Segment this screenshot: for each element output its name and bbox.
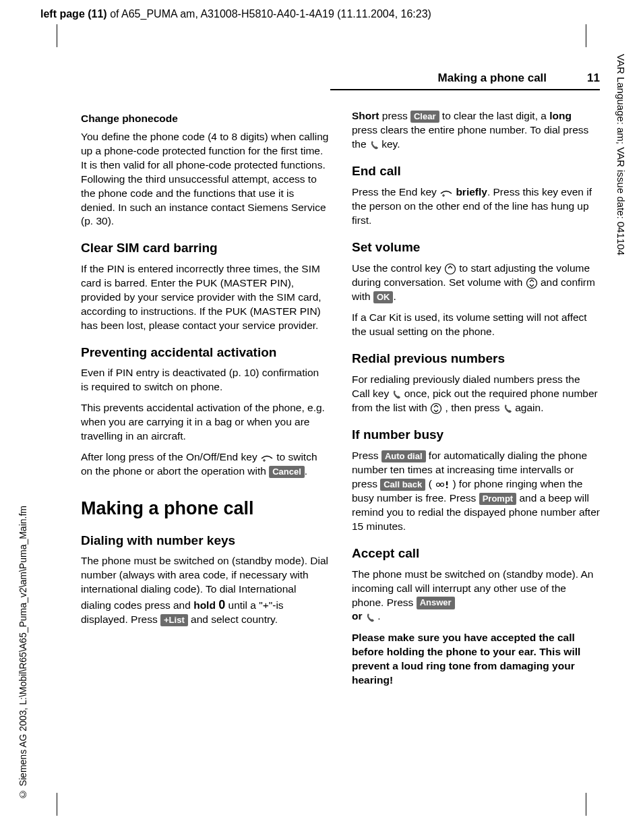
text-run: After long press of the On/Off/End key	[81, 451, 260, 462]
heading-end-call: End call	[352, 162, 600, 180]
text-run: , then press	[446, 402, 503, 413]
text-run: The phone must be switched on (standby m…	[352, 568, 593, 608]
para-change-phonecode: You define the phone code (4 to 8 digits…	[81, 130, 329, 229]
text-run: Use the control key	[352, 262, 444, 274]
call-key-icon	[365, 610, 375, 624]
var-language-note: VAR Language: am; VAR issue date: 041104	[615, 54, 627, 256]
two-column-layout: Change phonecode You define the phone co…	[81, 109, 600, 694]
text-run: again.	[515, 402, 543, 413]
text-run: and select country.	[191, 613, 278, 625]
prompt-key: Prompt	[479, 493, 517, 505]
svg-rect-7	[446, 481, 448, 485]
text-run: .	[393, 291, 396, 302]
briefly-label: briefly	[456, 186, 487, 198]
call-back-key: Call back	[380, 479, 425, 491]
text-run: key.	[381, 138, 400, 150]
footer-copyright-path: © Siemens AG 2003, L:\Mobil\R65\A65_Puma…	[18, 506, 28, 800]
heading-redial: Redial previous numbers	[352, 350, 600, 367]
control-key-up-icon	[444, 262, 456, 276]
call-key-icon	[503, 402, 512, 416]
document-header: left page (11) of A65_PUMA am, A31008-H5…	[40, 8, 431, 20]
para-clear-sim: If the PIN is entered incorrectly three …	[81, 262, 329, 333]
heading-accept: Accept call	[352, 545, 600, 562]
heading-change-phonecode: Change phonecode	[81, 112, 329, 126]
answer-key: Answer	[417, 597, 455, 609]
or-label: or	[352, 610, 365, 622]
para-car-kit: If a Car Kit is used, its volume setting…	[352, 311, 600, 339]
network-service-icon	[435, 477, 450, 491]
para-prevent-1: Even if PIN entry is deactivated (p. 10)…	[81, 366, 329, 394]
control-key-updown-icon	[430, 402, 442, 416]
clear-key: Clear	[410, 111, 439, 123]
control-key-updown-icon	[526, 276, 538, 290]
para-end-call: Press the End key briefly. Press this ke…	[352, 185, 600, 228]
para-set-volume: Use the control key to start adjusting t…	[352, 262, 600, 305]
left-column: Change phonecode You define the phone co…	[81, 109, 329, 694]
svg-point-8	[446, 487, 448, 489]
short-label: Short	[352, 110, 379, 121]
text-run: .	[377, 610, 380, 622]
auto-dial-key: Auto dial	[381, 450, 426, 462]
para-dialing: The phone must be switched on (standby m…	[81, 554, 329, 627]
para-accept: The phone must be switched on (standby m…	[352, 568, 600, 624]
crop-mark	[586, 793, 586, 816]
heading-prevent-activation: Preventing accidental activation	[81, 344, 329, 361]
para-hearing-warning: Please make sure you have accepted the c…	[352, 631, 600, 688]
heading-dialing: Dialing with number keys	[81, 532, 329, 549]
para-prevent-3: After long press of the On/Off/End key t…	[81, 450, 329, 479]
hold-label: hold	[193, 599, 218, 611]
crop-mark	[586, 24, 586, 47]
running-title: Making a phone call	[438, 71, 547, 85]
svg-point-6	[441, 483, 444, 487]
page-body: Making a phone call 11 Change phonecode …	[81, 71, 600, 694]
end-key-icon	[260, 450, 274, 464]
text-run: Press the End key	[352, 186, 439, 198]
long-label: long	[549, 110, 572, 121]
svg-point-0	[264, 460, 265, 461]
heading-clear-sim: Clear SIM card barring	[81, 239, 329, 257]
call-key-icon	[392, 387, 401, 401]
para-prevent-2: This prevents accidental activation of t…	[81, 401, 329, 444]
right-column: Short press Clear to clear the last digi…	[352, 109, 600, 694]
running-header: Making a phone call 11	[330, 71, 600, 90]
text-run: (	[429, 478, 435, 489]
end-key-icon	[439, 185, 453, 200]
list-key: +List	[160, 614, 188, 626]
svg-point-1	[443, 195, 444, 196]
heading-making-call: Making a phone call	[81, 496, 329, 520]
cancel-key: Cancel	[269, 466, 305, 478]
call-key-icon	[369, 138, 379, 152]
header-doc-id: of A65_PUMA am, A31008-H5810-A40-1-4A19 …	[107, 8, 431, 20]
para-short-press: Short press Clear to clear the last digi…	[352, 109, 600, 152]
text-run: to clear the last digit, a	[442, 110, 549, 121]
crop-mark	[57, 24, 57, 47]
para-redial: For redialing previously dialed numbers …	[352, 373, 600, 416]
header-page-ref: left page (11)	[40, 8, 107, 20]
heading-set-volume: Set volume	[352, 239, 600, 256]
svg-point-5	[437, 483, 440, 487]
svg-point-2	[445, 264, 455, 274]
text-run: press	[379, 110, 410, 121]
heading-busy: If number busy	[352, 426, 600, 444]
ok-key: OK	[373, 291, 394, 303]
para-busy: Press Auto dial for automatically dialin…	[352, 449, 600, 534]
digit-zero: 0	[218, 598, 225, 611]
page-number: 11	[587, 71, 600, 85]
text-run: Press	[352, 450, 381, 461]
crop-mark	[57, 793, 57, 816]
